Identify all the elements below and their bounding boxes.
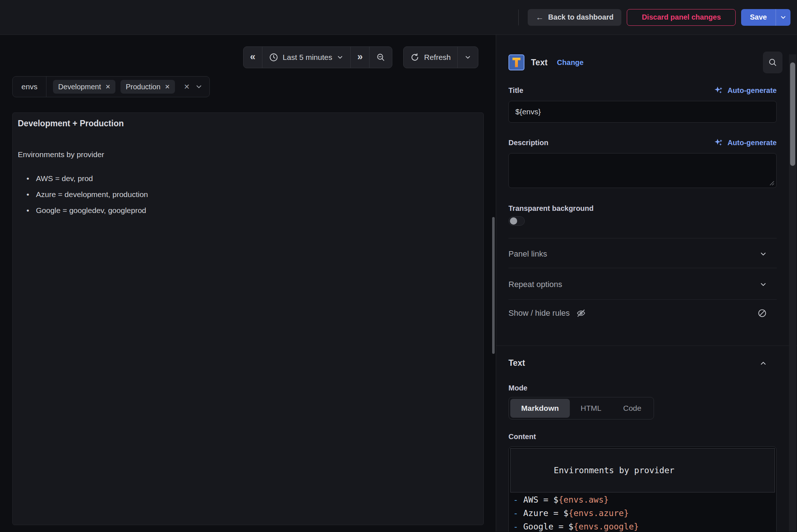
sparkles-icon — [714, 85, 724, 95]
variable-chip-production[interactable]: Production ✕ — [120, 80, 175, 94]
chip-remove-icon[interactable]: ✕ — [105, 83, 110, 91]
time-range-controls: « Last 5 minutes » — [243, 46, 393, 68]
description-autogenerate-link[interactable]: Auto-generate — [714, 138, 777, 148]
chevron-down-icon — [780, 14, 787, 21]
title-field-row: Title Auto-generate — [508, 86, 777, 95]
variable-picker-envs: envs Development ✕ Production ✕ ✕ — [12, 76, 210, 97]
discard-button-label: Discard panel changes — [642, 13, 721, 21]
list-item: AWS = dev, prod — [36, 173, 478, 184]
panel-title-input[interactable]: ${envs} — [508, 101, 777, 123]
chip-remove-icon[interactable]: ✕ — [165, 83, 170, 91]
panel-body: Environments by provider AWS = dev, prod… — [13, 150, 483, 216]
content-row: Content — [508, 433, 777, 441]
code-line-active: Environments by provider — [510, 448, 775, 492]
description-field-row: Description Auto-generate — [508, 138, 777, 147]
panel-editor-workspace: « Last 5 minutes » — [0, 35, 797, 532]
panel-links-label: Panel links — [508, 249, 547, 259]
topbar-divider — [518, 9, 519, 25]
clear-values-icon[interactable]: ✕ — [184, 82, 190, 91]
canvas-scrollbar[interactable] — [492, 217, 495, 354]
show-hide-rules-row[interactable]: Show / hide rules — [508, 300, 777, 319]
eye-off-icon — [576, 308, 586, 319]
mode-row: Mode — [508, 384, 777, 392]
resize-handle-icon[interactable] — [769, 181, 774, 186]
repeat-options-label: Repeat options — [508, 280, 562, 289]
code-line: - AWS = ${envs.aws} — [510, 493, 775, 507]
zoom-out-icon — [376, 53, 385, 62]
text-section-toggle[interactable]: Text — [508, 346, 777, 368]
chevron-double-left-icon: « — [250, 52, 256, 63]
time-shift-forward-button[interactable]: » — [350, 47, 369, 68]
options-scrollbar-thumb[interactable] — [790, 62, 795, 166]
panel-intro-text: Environments by provider — [18, 150, 478, 159]
code-line: - Google = ${envs.google} — [510, 520, 775, 532]
chevron-down-icon[interactable] — [195, 83, 203, 91]
chevron-down-icon — [759, 250, 767, 258]
mode-option-html[interactable]: HTML — [570, 399, 612, 418]
options-scrollbar-track[interactable] — [789, 54, 796, 532]
description-field-label: Description — [508, 139, 548, 147]
refresh-interval-caret[interactable] — [457, 47, 478, 68]
panel-bullet-list: AWS = dev, prod Azure = development, pro… — [18, 173, 478, 216]
back-button-label: Back to dashboard — [548, 13, 613, 21]
list-item: Google = googledev, googleprod — [36, 205, 478, 216]
chevron-double-right-icon: » — [357, 52, 363, 63]
chevron-down-icon — [336, 54, 344, 61]
autogenerate-label: Auto-generate — [727, 86, 777, 95]
chevron-up-icon — [759, 359, 767, 367]
time-zoom-out-button[interactable] — [369, 47, 392, 68]
show-hide-rules-label: Show / hide rules — [508, 308, 570, 318]
time-range-label: Last 5 minutes — [283, 53, 332, 62]
code-line: - Azure = ${envs.azure} — [510, 507, 775, 520]
variable-name-label[interactable]: envs — [13, 77, 46, 97]
search-icon — [768, 58, 777, 67]
autogenerate-label: Auto-generate — [727, 139, 777, 147]
chip-label: Production — [126, 83, 160, 91]
mode-option-markdown[interactable]: Markdown — [510, 399, 570, 418]
mode-option-code[interactable]: Code — [612, 399, 652, 418]
back-arrow-icon: ← — [536, 13, 544, 22]
refresh-label: Refresh — [424, 53, 451, 62]
mode-label: Mode — [508, 384, 527, 392]
variable-value-dropdown[interactable]: Development ✕ Production ✕ ✕ — [46, 77, 209, 97]
time-shift-back-button[interactable]: « — [244, 47, 262, 68]
panel-options-pane: Text Change Title Auto-generate ${ — [496, 35, 797, 532]
panel-description-textarea[interactable] — [508, 153, 777, 188]
ban-icon[interactable] — [757, 308, 767, 318]
title-autogenerate-link[interactable]: Auto-generate — [714, 85, 777, 95]
text-section-label: Text — [508, 358, 525, 368]
chevron-down-icon — [759, 281, 767, 288]
visualization-header: Text Change — [508, 51, 777, 74]
transparent-background-row: Transparent background — [508, 204, 777, 213]
discard-panel-changes-button[interactable]: Discard panel changes — [627, 9, 736, 26]
visualization-type-label: Text — [531, 58, 548, 67]
back-to-dashboard-button[interactable]: ← Back to dashboard — [528, 9, 621, 26]
time-range-picker-button[interactable]: Last 5 minutes — [262, 47, 351, 68]
chip-label: Development — [58, 83, 101, 91]
save-options-caret[interactable] — [776, 9, 790, 26]
transparent-background-toggle[interactable] — [508, 216, 525, 226]
save-split-button: Save — [741, 9, 790, 26]
content-label: Content — [508, 433, 536, 441]
content-code-editor[interactable]: Environments by provider - AWS = ${envs.… — [508, 446, 777, 532]
refresh-icon — [410, 53, 420, 62]
clock-icon — [269, 53, 278, 62]
sparkles-icon — [714, 138, 724, 148]
repeat-options-section-toggle[interactable]: Repeat options — [508, 268, 777, 299]
variable-chip-development[interactable]: Development ✕ — [53, 80, 115, 94]
transparent-background-label: Transparent background — [508, 204, 594, 213]
title-field-label: Title — [508, 86, 523, 95]
panel-preview[interactable]: Development + Production Environments by… — [12, 112, 484, 525]
toggle-knob — [510, 217, 517, 225]
text-panel-icon[interactable] — [508, 54, 524, 70]
refresh-button[interactable]: Refresh — [404, 47, 457, 68]
mode-radio-group: Markdown HTML Code — [508, 397, 654, 420]
panel-title: Development + Production — [13, 113, 483, 128]
time-toolbar: « Last 5 minutes » — [243, 46, 478, 68]
list-item: Azure = development, production — [36, 189, 478, 200]
panel-links-section-toggle[interactable]: Panel links — [508, 238, 777, 268]
top-bar: ← Back to dashboard Discard panel change… — [0, 0, 797, 35]
change-visualization-link[interactable]: Change — [557, 58, 584, 67]
save-button[interactable]: Save — [741, 9, 776, 26]
search-options-button[interactable] — [763, 52, 782, 73]
